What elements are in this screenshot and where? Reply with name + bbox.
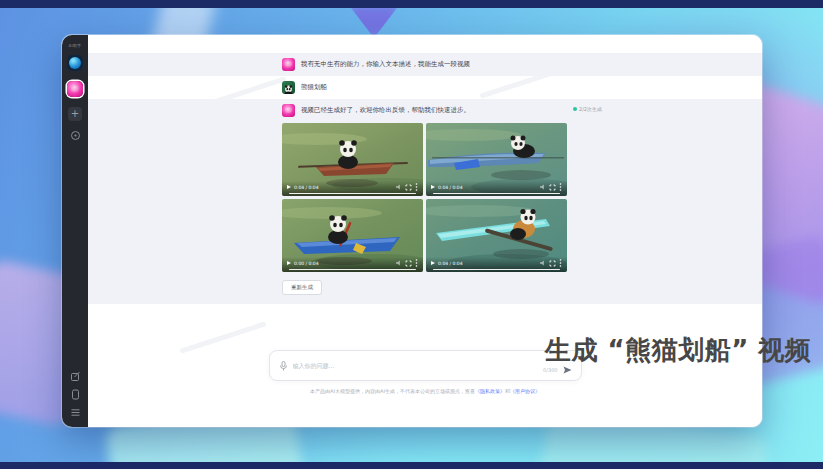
panda-avatar-icon [282, 83, 295, 94]
microphone-icon[interactable] [279, 361, 288, 371]
volume-icon[interactable] [540, 260, 546, 266]
video-progress-bar[interactable] [433, 269, 560, 271]
more-options-icon[interactable] [415, 183, 418, 191]
overlay-caption: 生成 “熊猫划船” 视频 [545, 333, 811, 368]
user-message: 熊猫划船 [301, 81, 327, 94]
video-player-2[interactable]: 0:04 / 0:04 [426, 123, 567, 196]
video-grid: 0:04 / 0:04 [282, 123, 568, 272]
quota-text: 2/2次生成 [579, 106, 602, 112]
assistant-avatar [282, 104, 295, 117]
video-progress-bar[interactable] [433, 193, 560, 195]
quota-dot-icon [573, 107, 577, 111]
mobile-icon[interactable] [70, 389, 81, 400]
assistant-message: 视频已经生成好了，欢迎你给出反馈，帮助我们快速进步。 [301, 104, 470, 117]
letterbox-bar-bottom [0, 462, 823, 469]
sidebar-brand: AI助手 [68, 43, 81, 48]
play-icon[interactable] [287, 185, 291, 189]
volume-icon[interactable] [396, 260, 402, 266]
fullscreen-icon[interactable] [405, 260, 412, 267]
video-player-4[interactable]: 0:04 / 0:04 [426, 199, 567, 272]
play-icon[interactable] [431, 261, 435, 265]
video-progress-bar[interactable] [289, 269, 416, 271]
fullscreen-icon[interactable] [405, 184, 412, 191]
video-player-1[interactable]: 0:04 / 0:04 [282, 123, 423, 196]
fullscreen-icon[interactable] [549, 260, 556, 267]
video-time: 0:04 / 0:04 [294, 185, 319, 190]
volume-icon[interactable] [396, 184, 402, 190]
pink-bot-icon [71, 85, 79, 92]
video-progress-bar[interactable] [289, 193, 416, 195]
disclaimer-text: 本产品由AI大模型提供，内容由AI生成，不代表本公司的立场或观点，查看 [310, 388, 475, 394]
compose-icon[interactable] [70, 371, 81, 382]
message-row-assistant: 我有无中生有的能力，你输入文本描述，我能生成一段视频 [88, 53, 762, 76]
more-options-icon[interactable] [559, 183, 562, 191]
message-row-result: 2/2次生成 视频已经生成好了，欢迎你给出反馈，帮助我们快速进步。 [88, 99, 762, 304]
add-bot-button[interactable]: + [68, 107, 82, 121]
video-time: 0:00 / 0:04 [294, 261, 319, 266]
discover-icon[interactable] [70, 130, 81, 141]
assistant-message: 我有无中生有的能力，你输入文本描述，我能生成一段视频 [301, 58, 470, 71]
prompt-input-box[interactable]: 0/300 [269, 350, 582, 381]
menu-icon[interactable] [70, 407, 81, 418]
user-avatar [282, 81, 295, 94]
blue-orb-icon [69, 57, 81, 69]
prompt-input[interactable] [293, 362, 572, 369]
regenerate-button[interactable]: 重新生成 [282, 280, 322, 295]
assistant-avatar [282, 58, 295, 71]
video-time: 0:04 / 0:04 [438, 185, 463, 190]
video-player-3[interactable]: 0:00 / 0:04 [282, 199, 423, 272]
app-window: AI助手 + [62, 35, 762, 427]
sidebar: AI助手 + [62, 35, 88, 427]
sidebar-bottom [70, 371, 81, 427]
more-options-icon[interactable] [559, 259, 562, 267]
watermark-streak [179, 321, 266, 354]
chat-main: 我有无中生有的能力，你输入文本描述，我能生成一段视频 熊猫划船 [88, 35, 762, 427]
disclaimer: 本产品由AI大模型提供，内容由AI生成，不代表本公司的立场或观点，查看《隐私政策… [310, 388, 540, 394]
letterbox-bar-top [0, 0, 823, 8]
bot-avatar-blue[interactable] [67, 55, 83, 71]
volume-icon[interactable] [540, 184, 546, 190]
fullscreen-icon[interactable] [549, 184, 556, 191]
more-options-icon[interactable] [415, 259, 418, 267]
video-time: 0:04 / 0:04 [438, 261, 463, 266]
user-agreement-link[interactable]: 《用户协议》 [510, 388, 540, 394]
privacy-policy-link[interactable]: 《隐私政策》 [475, 388, 505, 394]
quota-badge: 2/2次生成 [573, 106, 602, 112]
play-icon[interactable] [287, 261, 291, 265]
bot-avatar-video-selected[interactable] [67, 81, 83, 97]
play-icon[interactable] [431, 185, 435, 189]
message-row-user: 熊猫划船 [88, 76, 762, 99]
